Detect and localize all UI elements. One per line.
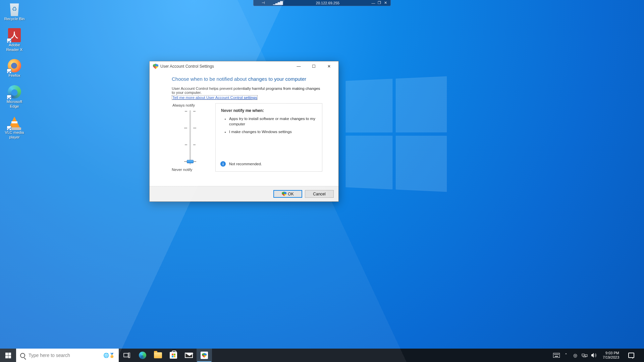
taskbar-app-edge[interactable]	[135, 349, 150, 362]
svg-rect-7	[558, 354, 559, 355]
notification-icon	[628, 353, 634, 358]
uac-footer: OK Cancel	[150, 186, 338, 201]
uac-help-link[interactable]: Tell me more about User Account Control …	[172, 95, 258, 100]
uac-notification-slider[interactable]	[185, 109, 195, 166]
tray-volume-icon[interactable]	[591, 352, 597, 359]
svg-rect-8	[555, 356, 558, 357]
pin-icon[interactable]: ⊣	[256, 1, 271, 5]
svg-rect-0	[124, 353, 128, 357]
notify-bullet: I make changes to Windows settings	[229, 129, 317, 135]
start-button[interactable]	[0, 349, 16, 362]
recommendation-text: Not recommended.	[229, 162, 262, 166]
search-placeholder: Type here to search	[29, 353, 70, 358]
clock-time: 9:03 PM	[603, 351, 619, 355]
keyboard-icon	[553, 353, 560, 358]
cancel-button[interactable]: Cancel	[305, 190, 334, 198]
notify-bullet: Apps try to install software or make cha…	[229, 116, 317, 127]
shortcut-overlay-icon	[7, 126, 11, 130]
shortcut-overlay-icon	[7, 95, 11, 100]
folder-icon	[154, 352, 162, 358]
action-center-button[interactable]	[625, 353, 638, 358]
desktop-icon-label: Recycle Bin	[4, 17, 25, 21]
recycle-bin-icon	[8, 2, 21, 16]
svg-rect-9	[582, 354, 584, 356]
slider-track	[190, 110, 191, 165]
uac-settings-window: User Account Control Settings — ☐ ✕ Choo…	[149, 61, 339, 202]
slider-top-label: Always notify	[172, 103, 195, 107]
store-icon	[170, 352, 177, 359]
task-view-icon	[123, 353, 130, 358]
signal-icon[interactable]: ▁▃▅▇	[273, 1, 282, 5]
slider-thumb[interactable]	[187, 160, 194, 163]
taskbar-search[interactable]: Type here to search 🌐🏅	[16, 349, 119, 362]
tray-input-indicator[interactable]	[553, 352, 560, 359]
svg-rect-5	[556, 354, 557, 355]
uac-heading: Choose when to be notified about changes…	[172, 76, 322, 82]
rdp-minimize-button[interactable]: —	[370, 1, 376, 5]
rdp-host: 20.122.69.255	[285, 1, 370, 5]
desktop-icon-label: Microsoft Edge	[2, 100, 27, 109]
taskbar-app-uac[interactable]	[197, 349, 212, 362]
slider-bottom-label: Never notify	[172, 168, 192, 172]
desktop-icon-firefox[interactable]: Firefox	[2, 59, 27, 78]
uac-notification-details: Never notify me when: Apps try to instal…	[215, 103, 322, 172]
tray-network-icon[interactable]	[581, 352, 588, 359]
shortcut-overlay-icon	[7, 69, 11, 73]
ok-button[interactable]: OK	[273, 190, 302, 198]
tray-overflow-button[interactable]: ˄	[562, 352, 569, 359]
window-title: User Account Control Settings	[160, 64, 214, 69]
taskbar: Type here to search 🌐🏅 ˄ ◎	[0, 349, 644, 362]
edge-icon	[139, 352, 146, 359]
clock-date: 7/19/2023	[603, 355, 619, 360]
cancel-button-label: Cancel	[313, 192, 325, 196]
desktop-icon-label: VLC media player	[2, 130, 27, 140]
taskbar-clock[interactable]: 9:03 PM 7/19/2023	[600, 351, 622, 359]
uac-shield-icon	[153, 64, 158, 69]
rdp-restore-button[interactable]: ❐	[376, 1, 382, 5]
uac-body: Choose when to be notified about changes…	[150, 71, 338, 186]
wallpaper-windows-logo	[346, 76, 447, 192]
svg-rect-4	[555, 354, 556, 355]
search-highlight-icon: 🌐🏅	[103, 353, 115, 358]
window-titlebar[interactable]: User Account Control Settings — ☐ ✕	[150, 61, 338, 71]
system-tray: ˄ ◎ 9:03 PM 7/19/2023	[552, 349, 644, 362]
info-icon: i	[220, 161, 226, 167]
tray-location-icon[interactable]: ◎	[572, 352, 579, 359]
taskbar-app-mail[interactable]	[181, 349, 197, 362]
taskbar-app-store[interactable]	[166, 349, 181, 362]
svg-rect-6	[557, 354, 558, 355]
desktop-icon-recycle-bin[interactable]: Recycle Bin	[2, 2, 27, 21]
uac-description: User Account Control helps prevent poten…	[172, 86, 322, 95]
rdp-close-button[interactable]: ✕	[382, 1, 388, 5]
svg-rect-2	[553, 353, 560, 358]
desktop-icon-label: Firefox	[8, 73, 20, 78]
desktop-icon-edge[interactable]: Microsoft Edge	[2, 85, 27, 109]
ok-button-label: OK	[288, 192, 293, 196]
desktop-icons: Recycle Bin 人 Adobe Reader X Firefox Mic…	[2, 2, 27, 139]
shortcut-overlay-icon	[7, 38, 11, 43]
notify-box-title: Never notify me when:	[221, 108, 317, 113]
desktop[interactable]: ⊣ ▁▃▅▇ 20.122.69.255 — ❐ ✕ Recycle Bin 人…	[0, 0, 644, 362]
desktop-icon-label: Adobe Reader X	[2, 43, 27, 52]
desktop-icon-adobe-reader[interactable]: 人 Adobe Reader X	[2, 28, 27, 52]
desktop-icon-vlc[interactable]: VLC media player	[2, 116, 27, 140]
window-minimize-button[interactable]: —	[291, 62, 306, 71]
search-icon	[20, 353, 25, 358]
mail-icon	[185, 353, 193, 358]
speaker-icon	[591, 353, 597, 358]
uac-shield-icon	[201, 352, 208, 359]
window-maximize-button[interactable]: ☐	[306, 62, 321, 71]
taskbar-app-explorer[interactable]	[150, 349, 166, 362]
task-view-button[interactable]	[119, 349, 135, 362]
uac-shield-icon	[282, 192, 286, 196]
svg-rect-3	[554, 354, 555, 355]
windows-logo-icon	[5, 353, 11, 358]
rdp-connection-bar[interactable]: ⊣ ▁▃▅▇ 20.122.69.255 — ❐ ✕	[253, 0, 391, 6]
window-close-button[interactable]: ✕	[321, 62, 336, 71]
ethernet-icon	[582, 353, 588, 358]
svg-rect-1	[128, 353, 130, 358]
